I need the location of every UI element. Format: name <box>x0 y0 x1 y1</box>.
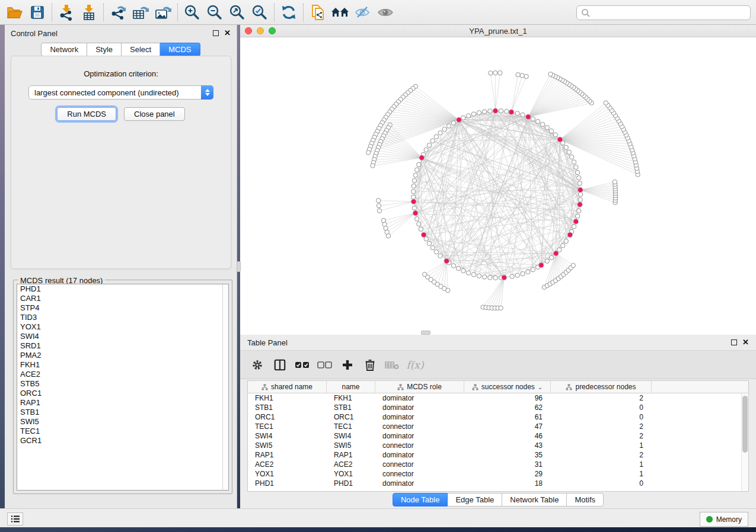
table-row[interactable]: PHD1PHD1dominator180 <box>248 479 748 488</box>
network-node[interactable] <box>417 222 421 226</box>
network-node[interactable] <box>493 275 497 280</box>
table-settings-button[interactable] <box>248 355 266 375</box>
mcds-hub-node[interactable] <box>553 251 559 256</box>
zoom-selected-button[interactable] <box>248 2 271 23</box>
float-panel-icon[interactable] <box>731 339 737 345</box>
network-node[interactable] <box>577 209 581 213</box>
network-node[interactable] <box>521 271 525 275</box>
mcds-result-item[interactable]: PHD1 <box>17 284 228 294</box>
network-node[interactable] <box>371 164 375 168</box>
table-row[interactable]: YOX1YOX1connector291 <box>248 469 748 479</box>
close-panel-button[interactable]: Close panel <box>124 107 185 121</box>
network-node[interactable] <box>521 113 525 117</box>
show-all-button[interactable] <box>374 2 397 23</box>
mcds-hub-node[interactable] <box>411 199 416 204</box>
network-node[interactable] <box>540 122 544 126</box>
save-button[interactable] <box>26 2 49 23</box>
network-node[interactable] <box>427 143 431 147</box>
network-node[interactable] <box>569 155 573 159</box>
mcds-result-item[interactable]: RAP1 <box>17 398 228 408</box>
run-mcds-button[interactable]: Run MCDS <box>57 107 116 121</box>
close-panel-icon[interactable]: ✕ <box>224 30 231 36</box>
network-node[interactable] <box>572 225 576 229</box>
zoom-in-button[interactable] <box>181 2 203 23</box>
export-network-button[interactable] <box>107 2 129 23</box>
tab-network[interactable]: Network <box>41 43 87 56</box>
network-node[interactable] <box>489 71 493 75</box>
mcds-result-item[interactable]: STB1 <box>17 408 228 417</box>
first-neighbors-button[interactable] <box>329 2 352 23</box>
network-node[interactable] <box>451 264 455 268</box>
mcds-hub-node[interactable] <box>526 114 531 120</box>
mcds-hub-node[interactable] <box>413 210 418 216</box>
mcds-hub-node[interactable] <box>573 219 579 225</box>
network-node[interactable] <box>564 145 568 149</box>
network-node[interactable] <box>577 176 581 180</box>
tab-mcds[interactable]: MCDS <box>160 43 200 56</box>
network-node[interactable] <box>520 73 524 78</box>
column-header-name[interactable]: name <box>327 381 375 393</box>
network-node[interactable] <box>564 239 568 243</box>
select-all-button[interactable] <box>294 355 311 375</box>
network-node[interactable] <box>434 134 438 139</box>
add-column-button[interactable] <box>339 355 356 375</box>
network-node[interactable] <box>572 160 576 164</box>
mcds-hub-node[interactable] <box>493 108 498 114</box>
mcds-result-item[interactable]: YOX1 <box>17 322 228 332</box>
network-node[interactable] <box>604 101 608 105</box>
network-node[interactable] <box>524 74 528 78</box>
mcds-result-item[interactable]: ORC1 <box>17 389 228 398</box>
network-node[interactable] <box>578 198 582 202</box>
network-window-titlebar[interactable]: YPA_prune.txt_1 <box>240 25 756 37</box>
float-panel-icon[interactable] <box>213 30 219 36</box>
mcds-hub-node[interactable] <box>567 232 573 238</box>
network-node[interactable] <box>510 274 514 278</box>
network-node[interactable] <box>535 119 540 123</box>
hide-selected-button[interactable] <box>352 2 374 23</box>
network-node[interactable] <box>548 72 553 76</box>
import-table-button[interactable] <box>78 2 100 23</box>
network-node[interactable] <box>414 217 419 221</box>
mcds-hub-node[interactable] <box>419 155 425 161</box>
mcds-hub-node[interactable] <box>421 232 426 238</box>
duplicate-network-button[interactable] <box>307 2 329 23</box>
criterion-dropdown[interactable]: largest connected component (undirected) <box>28 85 213 100</box>
mcds-hub-node[interactable] <box>509 110 514 115</box>
table-scrollbar[interactable] <box>741 393 748 491</box>
table-row[interactable]: ACE2ACE2connector311 <box>248 460 748 469</box>
network-node[interactable] <box>446 288 450 292</box>
mcds-hub-node[interactable] <box>538 262 544 268</box>
column-header-shared-name[interactable]: shared name <box>248 381 327 393</box>
network-node[interactable] <box>386 234 390 238</box>
open-file-button[interactable] <box>4 2 26 23</box>
tab-motifs[interactable]: Motifs <box>567 493 604 507</box>
network-node[interactable] <box>456 266 460 270</box>
delete-column-button[interactable] <box>361 355 379 375</box>
network-node[interactable] <box>482 110 486 114</box>
mcds-result-item[interactable]: SWI5 <box>17 417 228 427</box>
network-node[interactable] <box>377 198 381 203</box>
network-node[interactable] <box>446 124 451 128</box>
network-node[interactable] <box>545 126 549 130</box>
network-node[interactable] <box>411 190 415 194</box>
mcds-result-item[interactable]: ACE2 <box>17 370 228 379</box>
network-node[interactable] <box>575 170 579 174</box>
close-panel-icon[interactable]: ✕ <box>742 339 749 345</box>
network-node[interactable] <box>567 150 571 154</box>
task-history-button[interactable] <box>7 512 23 525</box>
table-row[interactable]: SWI5SWI5connector431 <box>248 441 748 450</box>
mcds-hub-node[interactable] <box>578 187 583 193</box>
network-node[interactable] <box>442 127 446 131</box>
network-node[interactable] <box>505 109 509 113</box>
mcds-hub-node[interactable] <box>444 258 449 264</box>
zoom-fit-button[interactable] <box>226 2 248 23</box>
export-image-button[interactable] <box>152 2 174 23</box>
mcds-result-item[interactable]: STB5 <box>17 379 228 389</box>
network-node[interactable] <box>561 243 565 248</box>
network-node[interactable] <box>526 270 530 274</box>
mcds-result-item[interactable]: SRD1 <box>17 341 228 351</box>
network-node[interactable] <box>477 274 481 278</box>
network-node[interactable] <box>531 267 535 271</box>
network-node[interactable] <box>488 109 492 113</box>
deselect-all-button[interactable] <box>316 355 334 375</box>
